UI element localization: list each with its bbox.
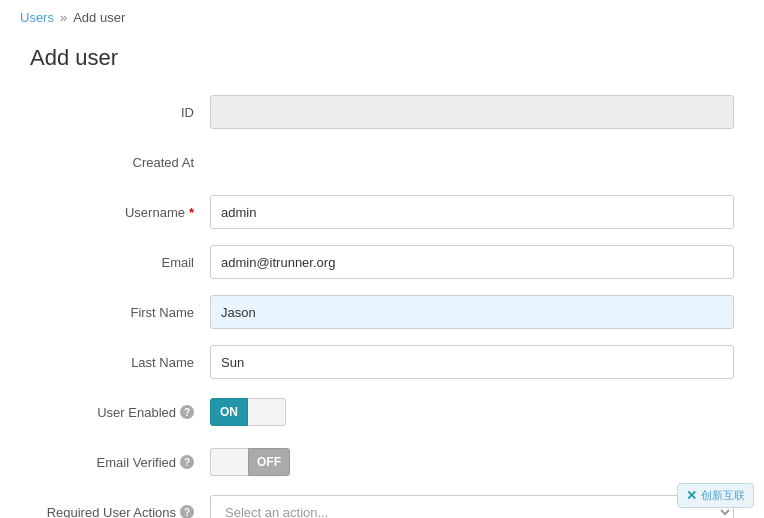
id-input[interactable] — [210, 95, 734, 129]
required-actions-select[interactable]: Select an action... — [210, 495, 734, 518]
email-input[interactable] — [210, 245, 734, 279]
last-name-input[interactable] — [210, 345, 734, 379]
id-label: ID — [30, 105, 210, 120]
user-enabled-off-btn[interactable] — [248, 398, 286, 426]
email-verified-help-icon[interactable]: ? — [180, 455, 194, 469]
email-verified-row: Email Verified ? OFF — [30, 445, 734, 479]
required-actions-help-icon[interactable]: ? — [180, 505, 194, 518]
page-content: Add user ID Created At Username * Email … — [0, 35, 764, 518]
required-actions-row: Required User Actions ? Select an action… — [30, 495, 734, 518]
first-name-input[interactable] — [210, 295, 734, 329]
watermark: ✕ 创新互联 — [677, 483, 754, 508]
breadcrumb-users-link[interactable]: Users — [20, 10, 54, 25]
breadcrumb-separator: » — [60, 10, 67, 25]
first-name-label: First Name — [30, 305, 210, 320]
last-name-row: Last Name — [30, 345, 734, 379]
username-label: Username * — [30, 205, 210, 220]
email-verified-toggle[interactable]: OFF — [210, 445, 290, 479]
username-input[interactable] — [210, 195, 734, 229]
page-title: Add user — [30, 45, 734, 71]
watermark-icon: ✕ — [686, 488, 697, 503]
first-name-row: First Name — [30, 295, 734, 329]
email-label: Email — [30, 255, 210, 270]
user-enabled-row: User Enabled ? ON — [30, 395, 734, 429]
breadcrumb-current: Add user — [73, 10, 125, 25]
user-enabled-label: User Enabled ? — [30, 405, 210, 420]
email-verified-on-btn[interactable] — [210, 448, 248, 476]
created-at-row: Created At — [30, 145, 734, 179]
user-enabled-help-icon[interactable]: ? — [180, 405, 194, 419]
required-actions-label: Required User Actions ? — [30, 505, 210, 519]
breadcrumb: Users » Add user — [0, 0, 764, 35]
watermark-text: 创新互联 — [701, 488, 745, 503]
created-at-label: Created At — [30, 155, 210, 170]
user-enabled-toggle[interactable]: ON — [210, 395, 286, 429]
username-required-star: * — [189, 205, 194, 220]
user-enabled-on-btn[interactable]: ON — [210, 398, 248, 426]
username-row: Username * — [30, 195, 734, 229]
email-row: Email — [30, 245, 734, 279]
last-name-label: Last Name — [30, 355, 210, 370]
email-verified-label: Email Verified ? — [30, 455, 210, 470]
email-verified-off-btn[interactable]: OFF — [248, 448, 290, 476]
id-row: ID — [30, 95, 734, 129]
